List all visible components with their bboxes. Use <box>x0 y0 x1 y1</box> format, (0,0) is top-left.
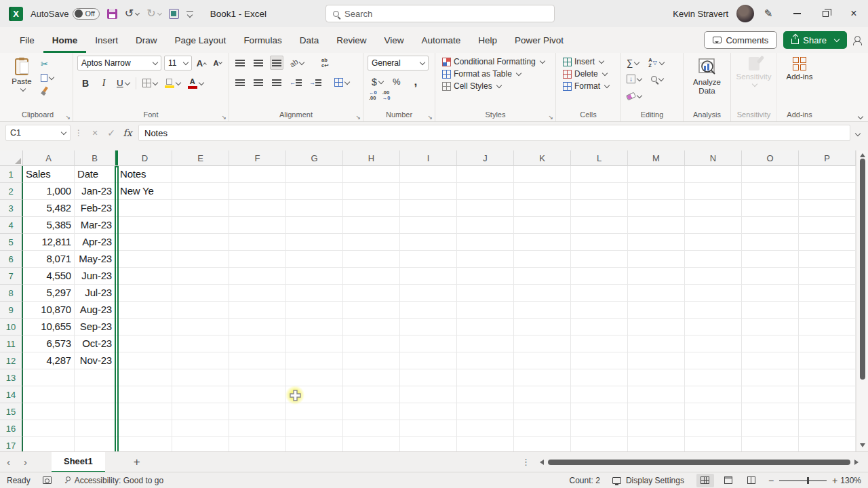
cell-J16[interactable] <box>457 420 514 437</box>
cell-B3[interactable]: Feb-23 <box>75 200 115 217</box>
cell-L9[interactable] <box>571 302 628 319</box>
cell-F9[interactable] <box>229 302 286 319</box>
cell-E4[interactable] <box>172 217 229 234</box>
cell-O14[interactable] <box>742 386 799 403</box>
increase-decimal-button[interactable]: ←0.00 <box>369 90 377 100</box>
cell-E3[interactable] <box>172 200 229 217</box>
cell-I5[interactable] <box>400 234 457 251</box>
cell-A5[interactable]: 12,811 <box>23 234 75 251</box>
row-header-12[interactable]: 12 <box>0 352 23 369</box>
cell-L17[interactable] <box>571 437 628 451</box>
cell-A16[interactable] <box>23 420 75 437</box>
cell-N17[interactable] <box>685 437 742 451</box>
cell-D10[interactable] <box>118 319 172 336</box>
cell-M8[interactable] <box>628 285 685 302</box>
tab-file[interactable]: File <box>11 27 43 53</box>
autosum-button[interactable]: ∑ <box>625 56 640 70</box>
tab-insert[interactable]: Insert <box>86 27 127 53</box>
cell-O13[interactable] <box>742 369 799 386</box>
cell-F1[interactable] <box>229 166 286 183</box>
cell-D7[interactable] <box>118 268 172 285</box>
cell-G15[interactable] <box>286 403 343 420</box>
cell-K15[interactable] <box>514 403 571 420</box>
minimize-button[interactable] <box>783 0 811 27</box>
cell-L4[interactable] <box>571 217 628 234</box>
enter-button[interactable]: ✓ <box>103 125 119 141</box>
cell-O3[interactable] <box>742 200 799 217</box>
cell-A10[interactable]: 10,655 <box>23 319 75 336</box>
cell-L16[interactable] <box>571 420 628 437</box>
cell-M7[interactable] <box>628 268 685 285</box>
cell-K12[interactable] <box>514 352 571 369</box>
column-header-A[interactable]: A <box>23 150 75 166</box>
cell-F14[interactable] <box>229 386 286 403</box>
cell-N7[interactable] <box>685 268 742 285</box>
cell-H6[interactable] <box>343 251 400 268</box>
cell-M15[interactable] <box>628 403 685 420</box>
cell-N4[interactable] <box>685 217 742 234</box>
cell-styles-button[interactable]: Cell Styles <box>439 80 551 92</box>
cell-G1[interactable] <box>286 166 343 183</box>
font-color-button[interactable]: A <box>186 76 205 90</box>
cell-B1[interactable]: Date <box>75 166 115 183</box>
bold-button[interactable]: B <box>79 76 92 90</box>
cell-F16[interactable] <box>229 420 286 437</box>
formula-input[interactable]: Notes <box>138 125 850 141</box>
insert-function-button[interactable]: fx <box>119 125 136 141</box>
cell-L14[interactable] <box>571 386 628 403</box>
tab-home[interactable]: Home <box>43 27 87 53</box>
cell-O15[interactable] <box>742 403 799 420</box>
cell-E16[interactable] <box>172 420 229 437</box>
cell-A1[interactable]: Sales <box>23 166 75 183</box>
cell-O17[interactable] <box>742 437 799 451</box>
column-header-I[interactable]: I <box>400 150 457 166</box>
cell-L1[interactable] <box>571 166 628 183</box>
currency-button[interactable]: $ <box>370 75 384 89</box>
cell-E12[interactable] <box>172 352 229 369</box>
percent-button[interactable]: % <box>390 75 403 89</box>
vertical-scrollbar[interactable] <box>856 150 868 451</box>
next-sheet-arrow[interactable]: › <box>17 456 34 468</box>
wrap-text-button[interactable]: abc↩ <box>318 56 332 70</box>
cell-F3[interactable] <box>229 200 286 217</box>
cell-A9[interactable]: 10,870 <box>23 302 75 319</box>
cell-N3[interactable] <box>685 200 742 217</box>
cell-H15[interactable] <box>343 403 400 420</box>
cell-J12[interactable] <box>457 352 514 369</box>
align-left-button[interactable] <box>233 75 247 89</box>
cell-J10[interactable] <box>457 319 514 336</box>
cell-P13[interactable] <box>799 369 856 386</box>
cell-D6[interactable] <box>118 251 172 268</box>
cell-I10[interactable] <box>400 319 457 336</box>
cell-H16[interactable] <box>343 420 400 437</box>
cell-D16[interactable] <box>118 420 172 437</box>
cell-N1[interactable] <box>685 166 742 183</box>
font-size-select[interactable]: 11 <box>164 56 192 70</box>
accessibility-status[interactable]: Accessibility: Good to go <box>64 476 163 485</box>
sort-filter-button[interactable]: AZ▽ <box>647 56 665 70</box>
cell-I17[interactable] <box>400 437 457 451</box>
cell-L11[interactable] <box>571 336 628 352</box>
cell-H11[interactable] <box>343 336 400 352</box>
cell-D8[interactable] <box>118 285 172 302</box>
find-select-button[interactable] <box>650 72 665 86</box>
cell-M11[interactable] <box>628 336 685 352</box>
decrease-font-button[interactable]: A <box>211 56 224 70</box>
cell-P6[interactable] <box>799 251 856 268</box>
collapse-ribbon-button[interactable] <box>858 114 863 119</box>
cell-O1[interactable] <box>742 166 799 183</box>
row-header-14[interactable]: 14 <box>0 386 23 403</box>
cell-B5[interactable]: Apr-23 <box>75 234 115 251</box>
cell-I16[interactable] <box>400 420 457 437</box>
redo-button[interactable]: ↻ <box>146 8 161 19</box>
cell-L12[interactable] <box>571 352 628 369</box>
pen-feedback-icon[interactable]: ✎ <box>754 0 783 27</box>
cell-P17[interactable] <box>799 437 856 451</box>
analyze-data-button[interactable]: AnalyzeData <box>688 56 726 97</box>
cell-M13[interactable] <box>628 369 685 386</box>
cell-J8[interactable] <box>457 285 514 302</box>
cell-O4[interactable] <box>742 217 799 234</box>
cell-G17[interactable] <box>286 437 343 451</box>
cell-M10[interactable] <box>628 319 685 336</box>
cell-E6[interactable] <box>172 251 229 268</box>
